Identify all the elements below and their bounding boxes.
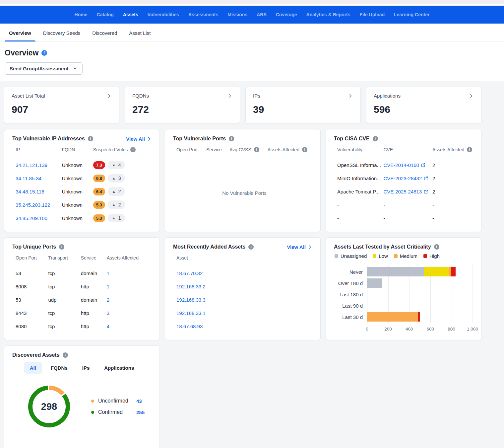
bar-segment-high[interactable]: [418, 312, 420, 322]
stat-card-ips[interactable]: IPs 39: [245, 87, 361, 124]
cve-link[interactable]: CVE-2025-24813: [383, 189, 432, 194]
column-header-transport: Transport: [48, 255, 81, 261]
nav-item-home[interactable]: Home: [75, 12, 88, 17]
asset-link[interactable]: 18.67.68.93: [176, 324, 312, 329]
nav-item-file-upload[interactable]: File Upload: [360, 12, 385, 17]
nav-item-assessments[interactable]: Assessments: [188, 12, 218, 17]
assets-affected-link[interactable]: 4: [107, 324, 152, 329]
suspected-vulns-badge: ▲1: [108, 214, 125, 222]
nav-item-vulnerabilities[interactable]: Vulnerabilities: [148, 12, 179, 17]
fqdn-value: Unknown: [62, 215, 93, 221]
cve-link[interactable]: CVE-2023-28432: [383, 176, 432, 181]
suspected-vulns-badge: ▲4: [108, 161, 125, 169]
bar-segment-low[interactable]: [424, 267, 449, 276]
asset-link[interactable]: 18.67.70.32: [176, 270, 312, 276]
stat-card-asset-list-total[interactable]: Asset List Total 907: [4, 87, 119, 124]
vulnerable-ip-row: 34.11.85.34 Unknown 6.8 ▲3: [16, 172, 152, 185]
bar-track: [367, 290, 472, 299]
tab-discovery-seeds[interactable]: Discovery Seeds: [39, 24, 85, 41]
tab-discovered[interactable]: Discovered: [88, 24, 121, 41]
nav-item-catalog[interactable]: Catalog: [97, 12, 114, 17]
bar-segment-medium[interactable]: [367, 312, 418, 322]
help-icon[interactable]: ?: [41, 50, 47, 56]
nav-item-assets[interactable]: Assets: [123, 12, 138, 17]
legend-value-link[interactable]: 255: [136, 410, 145, 415]
cve-link[interactable]: CVE-2014-0160: [383, 162, 432, 168]
info-icon[interactable]: i: [229, 136, 234, 141]
assets-affected-link[interactable]: 2: [107, 297, 152, 303]
chevron-down-icon: [73, 66, 78, 71]
criticality-plot: NeverOver 180 dLast 180 dLast 90 dLast 3…: [334, 265, 473, 334]
assets-affected-link[interactable]: 1: [107, 270, 152, 276]
discovered-tab-ips[interactable]: IPs: [76, 362, 96, 374]
avg-cvss-badge: 6.4: [93, 188, 105, 195]
ip-link[interactable]: 34.11.85.34: [16, 176, 62, 181]
stat-card-label: FQDNs: [132, 93, 149, 99]
recent-asset-row: 18.67.70.32: [176, 266, 312, 280]
assets-affected-link[interactable]: 1: [107, 284, 152, 289]
recent-assets-card: Most Recently Added Assets i View All As…: [165, 237, 321, 340]
info-icon[interactable]: i: [63, 352, 68, 358]
criticality-chart-title: Assets Last Tested by Asset Criticality: [334, 244, 431, 250]
view-all-label: View All: [126, 136, 145, 142]
stat-card-label: IPs: [253, 93, 260, 99]
bar-segment-unassigned[interactable]: [367, 278, 382, 288]
nav-item-missions[interactable]: Missions: [227, 12, 247, 17]
stat-card-value: 907: [12, 104, 112, 115]
chevron-right-icon: [106, 93, 112, 99]
top-vulnerable-ips-card: Top Vulnerable IP Addresses i View All I…: [4, 129, 160, 232]
nav-item-learning-center[interactable]: Learning Center: [394, 12, 429, 17]
bar-segment-unassigned[interactable]: [367, 267, 424, 276]
stat-card-fqdns[interactable]: FQDNs 272: [125, 87, 240, 124]
stat-card-applications[interactable]: Applications 596: [366, 87, 481, 124]
bar-segment-high[interactable]: [451, 267, 456, 276]
column-header-service: Service: [206, 147, 229, 152]
discovered-tab-all[interactable]: All: [24, 362, 42, 374]
criticality-x-axis: 02004006008001,000: [367, 327, 472, 334]
service-value: domain: [81, 270, 107, 276]
tab-asset-list[interactable]: Asset List: [125, 24, 155, 41]
asset-link[interactable]: 192.168.33.2: [176, 284, 312, 289]
legend-dot: [91, 400, 94, 403]
discovered-tab-fqdns[interactable]: FQDNs: [45, 362, 74, 374]
discovered-tab-applications[interactable]: Applications: [98, 362, 140, 374]
nav-item-ars[interactable]: ARS: [257, 12, 267, 17]
legend-value-link[interactable]: 43: [136, 398, 142, 404]
seed-group-dropdown[interactable]: Seed Group/Assessment: [5, 62, 83, 75]
ip-link[interactable]: 34.85.209.100: [16, 215, 62, 221]
info-icon[interactable]: i: [373, 136, 378, 141]
discovered-donut-chart: 298: [28, 386, 70, 427]
asset-link[interactable]: 192.168.33.1: [176, 310, 312, 316]
info-icon[interactable]: i: [248, 244, 254, 250]
nav-item-analytics-reports[interactable]: Analytics & Reports: [306, 12, 350, 17]
bar-segment-high[interactable]: [382, 278, 383, 288]
unique-port-row: 53 tcp domain 1: [16, 266, 152, 280]
top-unique-ports-title: Top Unique Ports: [12, 244, 56, 250]
info-icon[interactable]: i: [302, 147, 307, 152]
ip-link[interactable]: 35.245.203.122: [16, 202, 62, 208]
info-icon[interactable]: i: [467, 147, 472, 152]
asset-link[interactable]: 192.168.33.3: [176, 297, 312, 303]
nav-item-coverage[interactable]: Coverage: [276, 12, 297, 17]
recent-asset-row: 192.168.33.1: [176, 306, 312, 320]
info-icon[interactable]: i: [88, 136, 93, 141]
info-icon[interactable]: i: [130, 147, 136, 152]
view-all-vulnerable-ips-link[interactable]: View All: [126, 136, 152, 142]
external-link-icon: [424, 176, 428, 181]
ip-link[interactable]: 34.21.121.139: [16, 162, 62, 168]
info-icon[interactable]: i: [254, 147, 259, 152]
cisa-cve-row: MinIO Information...CVE-2023-28432 2: [337, 172, 473, 185]
stat-card-value: 39: [253, 104, 353, 115]
x-tick-label: 200: [384, 327, 392, 332]
assets-affected-link[interactable]: 3: [107, 310, 152, 316]
info-icon[interactable]: i: [59, 244, 64, 250]
tab-overview[interactable]: Overview: [5, 24, 35, 41]
column-header-assets-affected: Assets Affected i: [432, 147, 473, 152]
ip-link[interactable]: 34.48.15.116: [16, 189, 62, 194]
category-label: Over 180 d: [334, 280, 367, 286]
info-icon[interactable]: i: [434, 244, 439, 250]
view-all-recent-assets-link[interactable]: View All: [287, 244, 312, 250]
warning-triangle-icon: ▲: [112, 203, 116, 207]
page-header: OverviewDiscovery SeedsDiscoveredAsset L…: [0, 24, 504, 81]
fqdn-value: Unknown: [62, 162, 93, 168]
